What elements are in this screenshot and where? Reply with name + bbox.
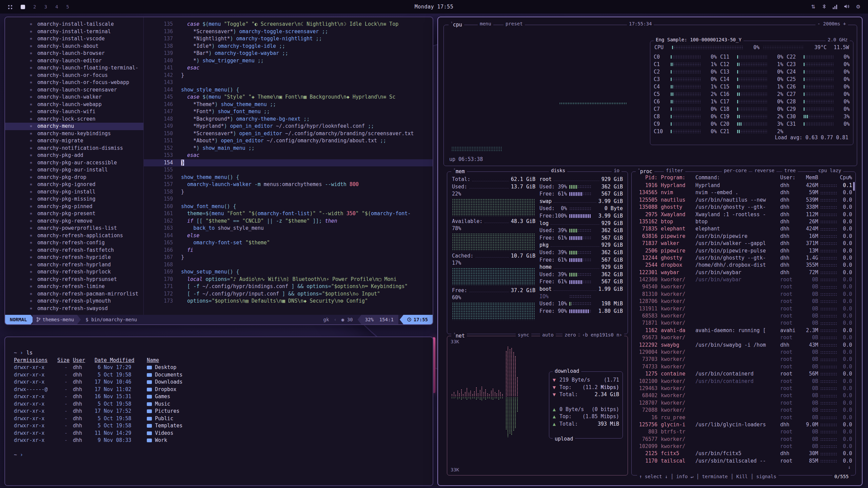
process-row[interactable]: 74733kworker/root0B0.0	[635, 363, 852, 370]
process-row[interactable]: 63816pipewire/usr/bin/pipewiredhh16M0.0	[635, 233, 852, 240]
disks-tab[interactable]: disks	[549, 168, 567, 173]
code-line[interactable]: 170 local options="♪ Audio\n∿ Wifi\nᛒ Bl…	[144, 276, 433, 283]
process-row[interactable]: 12244ghostty/usr/bin/ghostty --gtk-dhh1.…	[635, 255, 852, 262]
process-row[interactable]: 128707kworker/root0B0.0	[635, 400, 852, 407]
code-line[interactable]: 166 fi	[144, 247, 433, 254]
code-line[interactable]: 146 *Theme*) show_theme_menu ;;	[144, 101, 433, 108]
code-line[interactable]: 158}	[144, 188, 433, 196]
file-item[interactable]: ∗omarchy-launch-webapp	[5, 101, 143, 108]
proc-panel-title[interactable]: ⁴proc	[636, 168, 654, 175]
code-line[interactable]: 136 *Screensaver*) omarchy-toggle-screen…	[144, 28, 433, 36]
cpu-panel-title[interactable]: ¹cpu	[449, 21, 464, 28]
file-item[interactable]: ∗omarchy-pkg-aur-install	[5, 166, 143, 174]
file-item[interactable]: ∗omarchy-launch-browser	[5, 50, 143, 57]
proc-footer-keys[interactable]: ↑ select ↓ │ info ↵ │ terminate │ Kill │…	[637, 474, 778, 479]
refresh-interval[interactable]: - 2000ms +	[815, 21, 848, 26]
process-row[interactable]: 2975XwaylandXwayland :1 -rootless -dhh11…	[635, 211, 852, 218]
process-row[interactable]: 71835elephantelephantdhh424M0.0	[635, 225, 852, 232]
code-line[interactable]: 142}	[144, 72, 433, 79]
code-line[interactable]: 153 esac	[144, 152, 433, 159]
code-line[interactable]: 159	[144, 196, 433, 203]
scroll-up-arrow[interactable]: ↑	[848, 174, 851, 180]
file-item[interactable]: ∗omarchy-refresh-config	[5, 239, 143, 247]
code-line[interactable]: 147 *Font*) show_font_menu ;;	[144, 108, 433, 116]
process-row[interactable]: 102100kworker//usr/bin/containerdroot0B0…	[635, 378, 852, 385]
file-item[interactable]: ∗omarchy-pkg-ignored	[5, 181, 143, 188]
process-row[interactable]: 122301waybar/usr/bin/waybardhh72M0.0	[635, 269, 852, 276]
process-row[interactable]: 128706kworker/root0B0.0	[635, 298, 852, 305]
file-item[interactable]: ∗omarchy-launch-or-focus-webapp	[5, 79, 143, 86]
code-line[interactable]: 172 [ -f ~/.config/hypr/input.conf ] && …	[144, 290, 433, 298]
code-line[interactable]: 164 else	[144, 232, 433, 240]
process-row[interactable]: 135088ghostty/usr/bin/ghostty --gtk-dhh3…	[635, 204, 852, 211]
process-row[interactable]: 76577kworker/root0B0.0	[635, 436, 852, 443]
net-panel-title[interactable]: ³net	[451, 332, 467, 339]
code-line[interactable]: 162 if [[ "$theme" == "CNCLD" || -z "$th…	[144, 218, 433, 225]
file-item[interactable]: ∗omarchy-refresh-hypridle	[5, 254, 143, 261]
process-row[interactable]: 1170tailscal/usr/sbin/tailscaled --root8…	[635, 458, 852, 465]
proc-sort-mode[interactable]: cpu lazy	[816, 168, 843, 173]
process-row[interactable]: 1916HyprlandHyprlanddhh426M0.1	[635, 182, 852, 189]
process-row[interactable]: 72088kworker/root0B0.0	[635, 407, 852, 414]
process-row[interactable]: 2506pipewire/usr/bin/pipewire-pulsedhh13…	[635, 247, 852, 255]
code-line[interactable]: 144show_style_menu() {	[144, 86, 433, 94]
process-row[interactable]: 71871kworker/root0B0.0	[635, 320, 852, 327]
code-line[interactable]: 137 *Nightlight*) omarchy-toggle-nightli…	[144, 35, 433, 43]
file-item[interactable]: ∗omarchy-refresh-hyprsunset	[5, 276, 143, 283]
file-item[interactable]: ∗omarchy-launch-about	[5, 43, 143, 50]
process-row[interactable]: 2125fcitx5/usr/bin/fcitx5dhh30M0.0	[635, 450, 852, 457]
code-line[interactable]: 173 options="$options\n▤ Defaults\n▦ DNS…	[144, 298, 433, 305]
file-item[interactable]: ∗omarchy-refresh-limine	[5, 283, 143, 290]
file-item[interactable]: ∗omarchy-pkg-pinned	[5, 203, 143, 210]
process-row[interactable]: 135162btopbtopdhh26M0.0	[635, 218, 852, 225]
file-item[interactable]: ∗omarchy-refresh-fastfetch	[5, 247, 143, 254]
proc-tree-button[interactable]: tree	[782, 168, 798, 173]
file-item[interactable]: ∗omarchy-install-terminal	[5, 28, 143, 36]
file-item[interactable]: ∗omarchy-refresh-plymouth	[5, 298, 143, 305]
code-line[interactable]: 169show_setup_menu() {	[144, 268, 433, 276]
process-row[interactable]: 68583kworker/root0B0.0	[635, 312, 852, 320]
code-line[interactable]: 167}	[144, 254, 433, 261]
net-zero-button[interactable]: zero	[563, 332, 578, 338]
code-line[interactable]: 151 *About*) open_in_editor ~/.config/om…	[144, 137, 433, 145]
file-item[interactable]: ∗omarchy-pkg-drop	[5, 174, 143, 181]
process-row[interactable]: 102099kworker/root0B0.0	[635, 443, 852, 450]
code-line[interactable]: 139 *Bar*) omarchy-toggle-waybar ;;	[144, 50, 433, 57]
process-row[interactable]: 125505nautilus/usr/bin/nautilus --newdhh…	[635, 197, 852, 204]
file-item[interactable]: ∗omarchy-refresh-swayosd	[5, 305, 143, 312]
code-line[interactable]: 165 omarchy-font-set "$theme"	[144, 239, 433, 247]
file-item[interactable]: ∗omarchy-refresh-pacman-mirrorlist	[5, 290, 143, 298]
code-line[interactable]: 135 case $(menu "Toggle" "◐ Screensaver\…	[144, 21, 433, 28]
git-branch[interactable]: themes-menu	[33, 315, 81, 324]
code-line[interactable]: 150 *Screensaver*) open_in_editor ~/.con…	[144, 130, 433, 138]
settings-gear-icon[interactable]: ⚙	[856, 4, 861, 10]
file-item[interactable]: ∗omarchy-pkg-remove	[5, 218, 143, 225]
process-row[interactable]: 16rcu_preeroot0B0.0	[635, 414, 852, 421]
net-interface[interactable]: ‹b enp191s0 n›	[580, 332, 624, 338]
process-row[interactable]: 803btrfs-trroot0B0.0	[635, 428, 852, 435]
code-line[interactable]: 140 *) show_trigger_menu ;;	[144, 57, 433, 65]
code-line[interactable]: 160show_font_menu() {	[144, 203, 433, 210]
process-row[interactable]: 81310kworker/root0B0.0	[635, 291, 852, 298]
file-item[interactable]: ∗omarchy-launch-screensaver	[5, 86, 143, 94]
file-item[interactable]: ∗omarchy-launch-editor	[5, 57, 143, 65]
network-arrows-icon[interactable]: ⇅	[811, 4, 815, 10]
prompt-line-2[interactable]: ~ ›	[14, 451, 424, 459]
proc-scrollbar-thumb[interactable]	[853, 182, 855, 191]
file-item[interactable]: ∗omarchy-refresh-applications	[5, 232, 143, 240]
file-item[interactable]: ∗omarchy-notification-dismiss	[5, 145, 143, 152]
code-line[interactable]: 145 case $(menu "Style" "◈ Theme\n▣ Font…	[144, 94, 433, 101]
process-row[interactable]: 71837walker/usr/bin/walker --gappldhh371…	[635, 240, 852, 247]
code-line[interactable]: 154}	[144, 159, 433, 167]
code-line[interactable]: 141 esac	[144, 64, 433, 72]
file-item[interactable]: ∗omarchy-install-vscode	[5, 35, 143, 43]
process-row[interactable]: 122292swaybg/usr/bin/swaybg -i /homdhh43…	[635, 342, 852, 349]
code-line[interactable]: 168	[144, 261, 433, 269]
file-item[interactable]: ∗omarchy-migrate	[5, 137, 143, 145]
process-row[interactable]: 131911kworker/root0B0.0	[635, 305, 852, 312]
volume-icon[interactable]	[844, 4, 849, 10]
code-line[interactable]: 156show_theme_menu() {	[144, 174, 433, 181]
process-row[interactable]: 2544dropbox/home/dhh/.dropbox-distdhh355…	[635, 262, 852, 269]
file-item[interactable]: ∗omarchy-menu-keybindings	[5, 130, 143, 138]
file-item[interactable]: ∗omarchy-launch-floating-terminal-	[5, 64, 143, 72]
